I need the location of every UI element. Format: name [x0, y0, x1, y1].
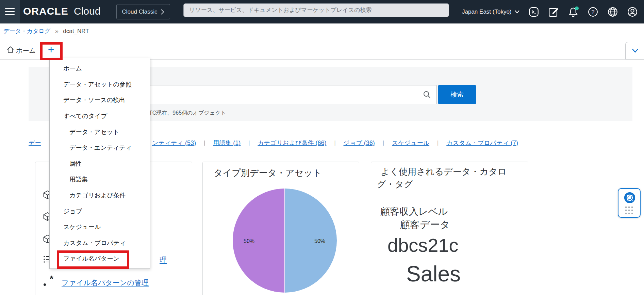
cloud-classic-button[interactable]: Cloud Classic — [116, 4, 170, 19]
menu-item-schedules[interactable]: スケジュール — [50, 219, 150, 235]
home-tab-label[interactable]: ホーム — [16, 46, 36, 55]
collapse-panel-button[interactable] — [625, 42, 644, 60]
svg-text:?: ? — [591, 9, 594, 15]
menu-item-file-name-patterns[interactable]: ファイル名パターン — [50, 251, 150, 267]
top-bar: ORACLE Cloud Cloud Classic Japan East (T… — [0, 0, 644, 23]
menu-item-attributes[interactable]: 属性 — [50, 156, 150, 172]
search-button[interactable]: 検索 — [438, 85, 476, 104]
chevron-right-icon — [160, 9, 164, 15]
tab-links-row: ンティティ (53) | 用語集 (1) | カテゴリおよび条件 (66) | … — [152, 139, 518, 147]
card-title-line1: よく使用されるデータ・カタロ — [377, 165, 507, 178]
search-icon — [423, 90, 431, 99]
menu-item-data-assets[interactable]: データ・アセット — [50, 124, 150, 140]
tab-separator: | — [437, 140, 439, 146]
region-label: Japan East (Tokyo) — [462, 9, 512, 15]
topbar-right-cluster: Japan East (Tokyo) ? — [462, 0, 638, 23]
regex-icon: * — [43, 276, 54, 286]
edit-icon[interactable] — [548, 6, 559, 18]
card-title-line2: グ・タグ — [377, 178, 507, 191]
tag-link[interactable]: dbcs21c — [387, 234, 459, 256]
card-title: よく使用されるデータ・カタロ グ・タグ — [377, 165, 507, 191]
tab-separator: | — [248, 140, 250, 146]
manage-file-patterns-link[interactable]: ファイル名パターンの管理 — [62, 278, 149, 288]
card-title: タイプ別データ・アセット — [214, 167, 321, 179]
global-search-input[interactable] — [189, 7, 443, 14]
tag-link[interactable]: Sales — [406, 261, 461, 286]
menu-item-custom-properties[interactable]: カスタム・プロパティ — [50, 235, 150, 251]
support-widget[interactable] — [618, 188, 641, 218]
globe-icon[interactable] — [607, 6, 618, 18]
tab-custom-properties[interactable]: カスタム・プロパティ (7) — [446, 139, 518, 147]
breadcrumb-data-catalog-link[interactable]: データ・カタログ — [3, 28, 50, 34]
global-search-box[interactable] — [183, 3, 449, 17]
brand-cloud: Cloud — [74, 5, 100, 17]
tab-separator: | — [334, 140, 335, 146]
tab-separator: | — [204, 140, 205, 146]
tab-jobs[interactable]: ジョブ (36) — [344, 139, 375, 147]
grid-handle-icon[interactable] — [625, 207, 634, 214]
add-button[interactable]: + — [45, 43, 57, 56]
popular-tags-card: よく使用されるデータ・カタロ グ・タグ 顧客収入レベル 顧客データ dbcs21… — [371, 162, 528, 295]
tab-glossaries[interactable]: 用語集 (1) — [213, 139, 241, 147]
data-assets-by-type-card: タイプ別データ・アセット 50% 50% — [202, 162, 359, 295]
menu-item-all-types[interactable]: すべてのタイプ — [50, 108, 150, 124]
chevron-down-icon — [514, 10, 520, 14]
tab-fragment-left[interactable]: デー — [29, 139, 41, 147]
menu-item-home[interactable]: ホーム — [50, 61, 150, 77]
tab-data-entities[interactable]: ンティティ (53) — [152, 139, 196, 147]
notification-badge — [575, 6, 579, 10]
user-icon[interactable] — [627, 6, 638, 18]
home-icon[interactable] — [6, 46, 15, 54]
menu-item-categories-terms[interactable]: カテゴリおよび条件 — [50, 187, 150, 203]
oracle-cloud-logo: ORACLE Cloud — [23, 5, 100, 17]
menu-item-data-entities[interactable]: データ・エンティティ — [50, 140, 150, 156]
tab-schedules[interactable]: スケジュール — [392, 139, 429, 147]
brand-oracle: ORACLE — [23, 5, 68, 17]
cloud-classic-label: Cloud Classic — [122, 9, 158, 15]
chevron-down-icon — [631, 48, 639, 53]
breadcrumb: データ・カタログ » dcat_NRT — [3, 27, 89, 35]
catalog-search-box[interactable] — [132, 85, 436, 104]
help-icon[interactable]: ? — [587, 6, 599, 18]
tab-separator: | — [383, 140, 384, 146]
menu-item-jobs[interactable]: ジョブ — [50, 203, 150, 219]
breadcrumb-separator: » — [55, 28, 58, 34]
bell-icon[interactable] — [567, 6, 579, 18]
add-dropdown-menu: ホーム データ・アセットの参照 データ・ソースの検出 すべてのタイプ データ・ア… — [49, 58, 150, 269]
pie-label-left: 50% — [244, 238, 254, 244]
menu-item-discover-data-sources[interactable]: データ・ソースの検出 — [50, 92, 150, 108]
menu-item-browse-data-assets[interactable]: データ・アセットの参照 — [50, 77, 150, 93]
breadcrumb-current: dcat_NRT — [63, 28, 89, 34]
catalog-search-input[interactable] — [138, 91, 423, 98]
lifebuoy-icon — [623, 191, 636, 204]
tab-categories-terms[interactable]: カテゴリおよび条件 (66) — [258, 139, 326, 147]
tag-link[interactable]: 顧客収入レベル — [380, 205, 448, 218]
menu-item-glossaries[interactable]: 用語集 — [50, 171, 150, 187]
hamburger-icon[interactable] — [0, 0, 20, 23]
tag-link[interactable]: 顧客データ — [400, 218, 450, 232]
cloud-shell-icon[interactable] — [528, 6, 540, 18]
manage-link-fragment[interactable]: 理 — [160, 255, 167, 265]
object-count-text: TC現在、965個のオブジェクト — [149, 110, 226, 117]
region-selector[interactable]: Japan East (Tokyo) — [462, 9, 520, 15]
pie-label-right: 50% — [314, 238, 325, 244]
